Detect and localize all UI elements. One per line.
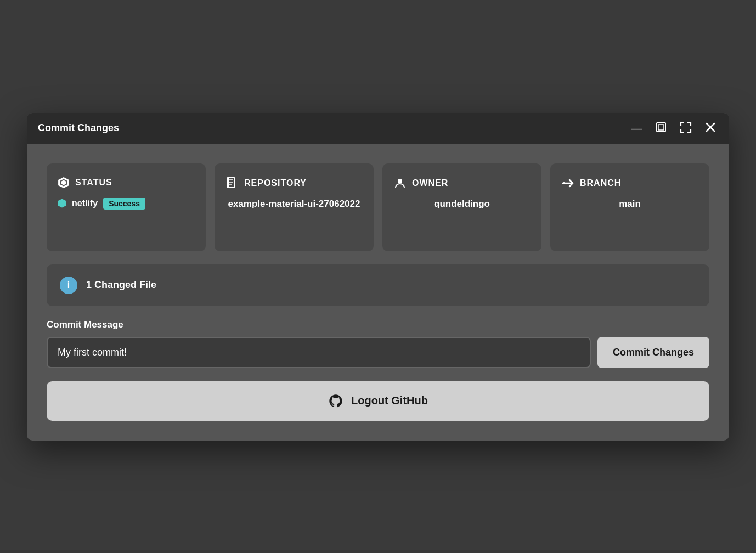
status-card-title: STATUS [75,178,112,188]
commit-changes-button[interactable]: Commit Changes [597,337,709,368]
maximize-button[interactable] [653,120,669,137]
changed-files-text: 1 Changed File [86,279,156,291]
branch-card-title: BRANCH [580,178,621,188]
titlebar: Commit Changes — [27,113,729,144]
commit-label: Commit Message [47,319,709,330]
logout-github-button[interactable]: Logout GitHub [47,381,709,421]
owner-value: qundeldingo [393,199,531,210]
success-badge: Success [103,198,145,210]
commit-row: Commit Changes [47,337,709,368]
repo-value: example-material-ui-27062022 [225,199,363,210]
repository-card: REPOSITORY example-material-ui-27062022 [215,163,374,251]
info-cards: STATUS netlify Success [47,163,709,251]
fullscreen-button[interactable] [678,119,694,137]
svg-point-12 [398,179,402,183]
main-content: STATUS netlify Success [27,144,729,441]
commit-section: Commit Message Commit Changes [47,319,709,368]
status-card-header: STATUS [58,177,195,189]
status-card: STATUS netlify Success [47,163,206,251]
commit-message-input[interactable] [47,337,591,368]
github-logo-icon [328,393,343,409]
window-title: Commit Changes [38,122,119,134]
branch-card-header: BRANCH [561,177,698,190]
owner-icon [393,177,407,190]
window-controls: — [629,119,718,137]
netlify-diamond-small [58,199,66,208]
owner-card-title: OWNER [412,178,448,188]
repo-card-title: REPOSITORY [244,178,307,188]
changed-files-bar: i 1 Changed File [47,264,709,306]
branch-card: BRANCH main [550,163,709,251]
logout-label: Logout GitHub [351,394,428,407]
owner-card-header: OWNER [393,177,531,190]
repo-icon [225,177,239,190]
close-button[interactable] [703,120,718,137]
netlify-status-row: netlify Success [58,198,195,210]
netlify-icon [58,177,70,189]
branch-icon [561,177,574,190]
svg-rect-1 [658,125,664,130]
app-window: Commit Changes — [27,113,729,441]
owner-card: OWNER qundeldingo [382,163,541,251]
repo-card-header: REPOSITORY [225,177,363,190]
netlify-label: netlify [72,199,98,208]
svg-point-14 [563,182,565,184]
branch-value: main [561,199,698,210]
info-icon: i [60,276,77,294]
minimize-button[interactable]: — [629,121,645,136]
svg-rect-11 [228,178,229,187]
